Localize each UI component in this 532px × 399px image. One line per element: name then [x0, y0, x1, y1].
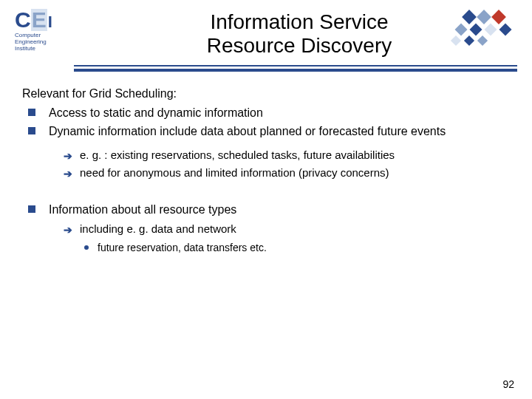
bullet-item: Dynamic information include data about p… — [22, 123, 510, 140]
slide-body: Relevant for Grid Scheduling: Access to … — [0, 72, 532, 255]
slide-header: C E I Computer Engineering Institute Inf… — [0, 0, 532, 65]
arrow-bullet-icon: ➔ — [64, 149, 72, 163]
page-number: 92 — [502, 378, 514, 390]
sub-bullet-item: ➔ e. g. : existing reservations, schedul… — [64, 147, 510, 163]
square-bullet-icon — [28, 205, 35, 213]
decorative-squares-icon — [445, 3, 526, 47]
square-bullet-icon — [28, 127, 35, 134]
title-underline — [74, 65, 517, 72]
cei-logo: C E I Computer Engineering Institute — [15, 9, 81, 52]
logo-letter-i: I — [48, 14, 52, 30]
bullet-item: Access to static and dynamic information — [22, 104, 510, 121]
arrow-bullet-icon: ➔ — [64, 166, 72, 181]
bullet-item: Information about all resource types — [22, 201, 510, 218]
square-bullet-icon — [28, 109, 35, 116]
dot-bullet-icon — [84, 245, 89, 250]
sub-bullet-item: ➔ including e. g. data and network — [64, 221, 510, 237]
sub-sub-bullet-item: future reservation, data transfers etc. — [84, 240, 510, 255]
logo-letter-e: E — [31, 9, 47, 31]
sub-bullet-item: ➔ need for anonymous and limited informa… — [64, 165, 510, 181]
lead-text: Relevant for Grid Scheduling: — [22, 85, 510, 102]
arrow-bullet-icon: ➔ — [64, 222, 72, 237]
logo-subtitle: Computer Engineering Institute — [15, 33, 81, 52]
logo-letter-c: C — [15, 9, 31, 31]
